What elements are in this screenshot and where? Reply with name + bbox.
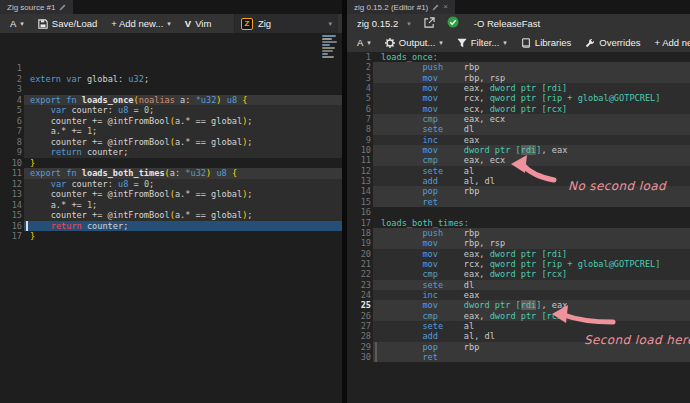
- code-line[interactable]: 13 counter += @intFromBool(a.* == global…: [0, 189, 342, 200]
- vim-toggle-button[interactable]: V Vim: [179, 16, 218, 31]
- filter-button[interactable]: Filter... ▾: [451, 35, 513, 50]
- compile-status-button[interactable]: [442, 14, 464, 33]
- line-content: loads_both_times:: [373, 218, 690, 228]
- line-number: 14: [347, 186, 373, 196]
- line-number: 9: [347, 135, 373, 145]
- code-line[interactable]: 1loads_once:: [347, 52, 690, 62]
- code-line[interactable]: 22 cmp eax, dword ptr [rcx]: [347, 269, 690, 279]
- code-line[interactable]: 26 cmp eax, dword ptr [rcx]: [347, 311, 690, 321]
- code-line[interactable]: 12 sete al: [347, 166, 690, 176]
- line-content: ret: [373, 197, 690, 207]
- code-line[interactable]: 3 mov rbp, rsp: [347, 73, 690, 83]
- line-content: var counter: u8 = 0;: [24, 179, 342, 190]
- code-line[interactable]: 9 return counter;: [0, 147, 342, 158]
- code-line[interactable]: 18 push rbp: [347, 228, 690, 238]
- compiler-select[interactable]: zig 0.15.2 ▾: [351, 14, 417, 33]
- add-new-button[interactable]: + Add new... ▾: [105, 16, 177, 31]
- code-line[interactable]: 17loads_both_times:: [347, 218, 690, 228]
- line-number: 7: [0, 126, 24, 137]
- code-line[interactable]: 8 sete dl: [347, 124, 690, 134]
- code-line[interactable]: 6 mov ecx, dword ptr [rcx]: [347, 104, 690, 114]
- compiler-toolbar: zig 0.15.2 ▾ -O ReleaseFast: [347, 14, 690, 33]
- code-line[interactable]: 24 inc eax: [347, 290, 690, 300]
- code-line[interactable]: 14 pop rbp: [347, 186, 690, 196]
- line-number: 21: [347, 259, 373, 269]
- code-line[interactable]: 14 a.* += 1;: [0, 200, 342, 211]
- line-number: 29: [347, 342, 373, 352]
- minimap[interactable]: [322, 35, 340, 58]
- output-button[interactable]: Output... ▾: [379, 35, 449, 50]
- line-number: 28: [347, 331, 373, 341]
- code-line[interactable]: 9 inc eax: [347, 135, 690, 145]
- line-number: 11: [347, 155, 373, 165]
- code-line[interactable]: 5 var counter: u8 = 0;: [0, 105, 342, 116]
- libraries-label: Libraries: [535, 37, 571, 48]
- add-new-label: + Add new...: [654, 37, 690, 48]
- source-code-editor[interactable]: 12extern var global: u32;34export fn loa…: [0, 33, 342, 403]
- code-line[interactable]: 15 ret: [347, 197, 690, 207]
- line-content: extern var global: u32;: [24, 74, 342, 85]
- close-pane-icon[interactable]: ×: [443, 3, 448, 11]
- font-size-label: A: [357, 37, 363, 48]
- code-line[interactable]: 20 mov eax, dword ptr [rdi]: [347, 249, 690, 259]
- source-tabbar: Zig source #1: [0, 0, 342, 14]
- code-line[interactable]: 17}: [0, 231, 342, 242]
- line-number: 4: [0, 95, 24, 106]
- code-line[interactable]: 10 mov dword ptr [rdi], eax: [347, 145, 690, 155]
- code-line[interactable]: 25 mov dword ptr [rdi], eax: [347, 300, 690, 310]
- tab-compiler[interactable]: zig 0.15.2 (Editor #1) ×: [347, 0, 455, 14]
- code-line[interactable]: 19 mov rbp, rsp: [347, 238, 690, 248]
- code-line[interactable]: 16 return counter;: [0, 221, 342, 232]
- code-line[interactable]: 23 sete dl: [347, 280, 690, 290]
- code-line[interactable]: 8 counter += @intFromBool(a.* == global)…: [0, 137, 342, 148]
- assembly-output-editor[interactable]: 1loads_once:2 push rbp3 mov rbp, rsp4 mo…: [347, 52, 690, 403]
- code-line[interactable]: 5 mov rcx, qword ptr [rip + global@GOTPC…: [347, 93, 690, 103]
- libraries-button[interactable]: Libraries: [515, 35, 577, 50]
- compiler-options-input[interactable]: -O ReleaseFast: [466, 18, 541, 29]
- external-link-icon: [424, 16, 435, 31]
- line-number: 15: [347, 197, 373, 207]
- code-line[interactable]: 13 add al, dl: [347, 176, 690, 186]
- overrides-button[interactable]: Overrides: [579, 35, 646, 50]
- code-line[interactable]: 6 counter += @intFromBool(a.* == global)…: [0, 116, 342, 127]
- output-toolbar: A ▾ Output... ▾ Filter... ▾: [347, 33, 690, 52]
- language-select[interactable]: Z Zig ▾: [234, 14, 338, 33]
- code-line[interactable]: 21 mov rcx, qword ptr [rip + global@GOTP…: [347, 259, 690, 269]
- code-line[interactable]: 7 cmp eax, ecx: [347, 114, 690, 124]
- open-compiler-site-button[interactable]: [419, 14, 440, 33]
- code-line[interactable]: 27 sete al: [347, 321, 690, 331]
- output-label: Output...: [399, 37, 435, 48]
- code-line[interactable]: 3: [0, 84, 342, 95]
- code-line[interactable]: 28 add al, dl: [347, 331, 690, 341]
- font-size-button[interactable]: A ▾: [4, 16, 30, 31]
- code-line[interactable]: 11export fn loads_both_times(a: *u32) u8…: [0, 168, 342, 179]
- line-content: mov rbp, rsp: [373, 238, 690, 248]
- line-number: 2: [0, 74, 24, 85]
- font-size-button[interactable]: A ▾: [351, 35, 377, 50]
- rename-pane-icon[interactable]: [59, 4, 66, 11]
- line-number: 24: [347, 290, 373, 300]
- filter-label: Filter...: [471, 37, 500, 48]
- line-content: counter += @intFromBool(a.* == global);: [24, 116, 342, 127]
- add-new-button[interactable]: + Add new... ▾: [648, 35, 690, 50]
- code-line[interactable]: 12 var counter: u8 = 0;: [0, 179, 342, 190]
- code-line[interactable]: 16: [347, 207, 690, 217]
- line-content: counter += @intFromBool(a.* == global);: [24, 137, 342, 148]
- code-line[interactable]: 4 mov eax, dword ptr [rdi]: [347, 83, 690, 93]
- save-load-button[interactable]: Save/Load: [32, 16, 103, 31]
- code-line[interactable]: 15 counter += @intFromBool(a.* == global…: [0, 210, 342, 221]
- line-content: sete al: [373, 166, 690, 176]
- text-cursor: [26, 221, 29, 232]
- code-line[interactable]: 2 push rbp: [347, 62, 690, 72]
- tab-zig-source[interactable]: Zig source #1: [0, 0, 73, 14]
- code-line[interactable]: 4export fn loads_once(noalias a: *u32) u…: [0, 95, 342, 106]
- code-line[interactable]: 30 ret: [347, 352, 690, 362]
- code-line[interactable]: 11 cmp eax, ecx: [347, 155, 690, 165]
- code-line[interactable]: 29 pop rbp: [347, 342, 690, 352]
- code-line[interactable]: 1: [0, 63, 342, 74]
- code-line[interactable]: 2extern var global: u32;: [0, 74, 342, 85]
- code-line[interactable]: 10}: [0, 158, 342, 169]
- rename-pane-icon[interactable]: [432, 4, 439, 11]
- line-content: a.* += 1;: [24, 126, 342, 137]
- code-line[interactable]: 7 a.* += 1;: [0, 126, 342, 137]
